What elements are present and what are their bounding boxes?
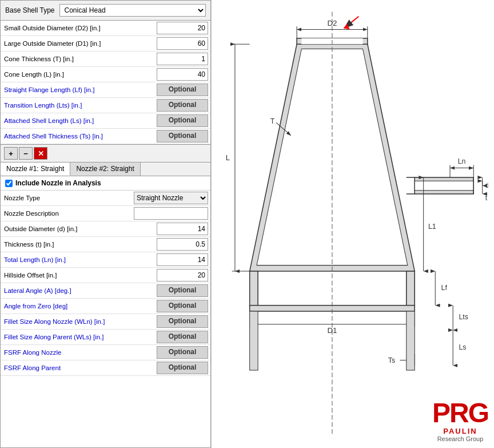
param-row-T: Cone Thickness (T) [in.] (1, 51, 210, 67)
svg-text:L: L (226, 153, 230, 162)
param-value-Ls[interactable]: Optional (157, 114, 208, 127)
include-nozzle-text: Include Nozzle in Analysis (15, 179, 101, 187)
param-value-Lts[interactable]: Optional (157, 99, 208, 112)
nozzle-type-select[interactable]: Straight Nozzle Hillside Nozzle (134, 192, 208, 204)
param-row-Lf: Straight Flange Length (Lf) [in.] Option… (1, 82, 210, 98)
nozzle-label-hill: Hillside Offset [in.] (1, 270, 154, 280)
param-value-Lf[interactable]: Optional (157, 84, 208, 96)
nozzle-param-hill: Hillside Offset [in.] (1, 268, 210, 283)
prg-logo: PRG PAULIN Research Group (432, 399, 488, 442)
param-input-T[interactable] (157, 53, 208, 65)
nozzle-input-nd[interactable] (157, 223, 208, 235)
shell-type-select[interactable]: Conical Head Elliptical Head Hemispheric… (59, 4, 206, 17)
nozzle-param-A: Lateral Angle (A) [deg.] Optional (1, 283, 210, 299)
nozzle-value-FSRFP[interactable]: Optional (157, 362, 208, 374)
nozzle-value-A[interactable]: Optional (157, 284, 208, 297)
param-row-Ts: Attached Shell Thickness (Ts) [in.] Opti… (1, 129, 210, 144)
svg-text:Ls: Ls (459, 343, 466, 351)
nozzle-value-AZ[interactable]: Optional (157, 300, 208, 312)
svg-rect-14 (407, 271, 415, 307)
param-label-d2: Small Outside Diameter (D2) [in.] (1, 23, 154, 33)
svg-text:L1: L1 (428, 223, 436, 231)
include-nozzle-checkbox[interactable] (5, 180, 13, 187)
param-label-L: Cone Length (L) [in.] (1, 69, 154, 80)
param-label-T: Cone Thickness (T) [in.] (1, 54, 154, 64)
param-row-Ls: Attached Shell Length (Ls) [in.] Optiona… (1, 113, 210, 129)
svg-text:Ln: Ln (458, 157, 466, 165)
nozzle-value-WLs[interactable]: Optional (157, 331, 208, 343)
nozzle-label-WLn: Fillet Size Along Nozzle (WLn) [in.] (1, 316, 154, 327)
remove-button[interactable]: − (19, 147, 33, 160)
param-input-d1[interactable] (157, 37, 208, 50)
svg-text:D2: D2 (327, 19, 337, 27)
diagram-svg: D2 D1 T L L1 Ln (217, 6, 488, 442)
svg-text:T: T (270, 117, 275, 125)
tab-nozzle2[interactable]: Nozzle #2: Straight (70, 162, 140, 176)
svg-text:d: d (485, 181, 488, 189)
param-input-d2[interactable] (157, 22, 208, 34)
nozzle-value-WLn[interactable]: Optional (157, 315, 208, 328)
nozzle-label-FSRFN: FSRF Along Nozzle (1, 347, 154, 358)
nozzle-param-nt: Thickness (t) [in.] (1, 237, 210, 252)
nozzle-param-AZ: Angle from Zero [deg] Optional (1, 299, 210, 314)
left-panel: Base Shell Type Conical Head Elliptical … (0, 0, 212, 448)
nozzle-param-FSRFP: FSRF Along Parent Optional (1, 360, 210, 376)
param-label-Lf: Straight Flange Length (Lf) [in.] (1, 85, 154, 95)
nozzle-param-nd: Outside Diameter (d) [in.] (1, 221, 210, 237)
nozzle-label-AZ: Angle from Zero [deg] (1, 301, 154, 311)
shell-type-section: Base Shell Type Conical Head Elliptical … (0, 0, 211, 21)
param-label-Lts: Transition Length (Lts) [in.] (1, 100, 154, 110)
param-row-L: Cone Length (L) [in.] (1, 67, 210, 82)
prg-paulin-text: PAULIN (432, 427, 488, 435)
nozzle-header: Include Nozzle in Analysis (1, 176, 210, 191)
nozzle-type-row: Nozzle Type Straight Nozzle Hillside Noz… (1, 191, 210, 206)
nozzle-label-nt: Thickness (t) [in.] (1, 239, 154, 249)
nozzle-desc-label: Nozzle Description (1, 208, 132, 219)
nozzle-label-A: Lateral Angle (A) [deg.] (1, 286, 154, 296)
svg-text:Ts: Ts (388, 356, 395, 364)
toolbar: + − ✕ (0, 145, 211, 162)
delete-button[interactable]: ✕ (34, 147, 47, 160)
param-row-d1: Large Outside Diameter (D1) [in.] (1, 36, 210, 51)
param-label-Ts: Attached Shell Thickness (Ts) [in.] (1, 131, 154, 141)
nozzle-section: Include Nozzle in Analysis Nozzle Type S… (0, 176, 211, 448)
svg-text:D1: D1 (327, 326, 337, 335)
nozzle-label-FSRFP: FSRF Along Parent (1, 363, 154, 373)
tab-nozzle1[interactable]: Nozzle #1: Straight (1, 162, 70, 176)
nozzle-value-FSRFN[interactable]: Optional (157, 346, 208, 359)
svg-text:t: t (485, 194, 488, 202)
nozzle-input-Ln[interactable] (157, 253, 208, 266)
nozzle-tabs: Nozzle #1: Straight Nozzle #2: Straight (0, 162, 211, 176)
nozzle-type-label: Nozzle Type (1, 193, 132, 203)
params-section: Small Outside Diameter (D2) [in.] Large … (0, 21, 211, 145)
param-label-Ls: Attached Shell Length (Ls) [in.] (1, 116, 154, 126)
add-button[interactable]: + (4, 147, 18, 160)
svg-rect-58 (407, 311, 415, 370)
nozzle-desc-input[interactable] (134, 207, 208, 220)
param-row-Lts: Transition Length (Lts) [in.] Optional (1, 98, 210, 113)
param-input-L[interactable] (157, 68, 208, 81)
nozzle-input-hill[interactable] (157, 269, 208, 282)
nozzle-label-WLs: Fillet Size Along Parent (WLs) [in.] (1, 332, 154, 342)
nozzle-input-nt[interactable] (157, 238, 208, 251)
nozzle-param-WLs: Fillet Size Along Parent (WLs) [in.] Opt… (1, 330, 210, 345)
nozzle-label-Ln: Total Length (Ln) [in.] (1, 255, 154, 265)
nozzle-label-nd: Outside Diameter (d) [in.] (1, 224, 154, 234)
nozzle-desc-row: Nozzle Description (1, 206, 210, 221)
right-panel: D2 D1 T L L1 Ln (212, 0, 494, 448)
param-row-d2: Small Outside Diameter (D2) [in.] (1, 21, 210, 36)
param-value-Ts[interactable]: Optional (157, 130, 208, 142)
prg-letters-text: PRG (432, 399, 488, 427)
nozzle-param-WLn: Fillet Size Along Nozzle (WLn) [in.] Opt… (1, 314, 210, 330)
diagram-container: D2 D1 T L L1 Ln (217, 6, 488, 442)
prg-research-text: Research Group (432, 435, 488, 442)
svg-text:Lts: Lts (459, 313, 468, 321)
nozzle-param-Ln: Total Length (Ln) [in.] (1, 252, 210, 268)
shell-type-label: Base Shell Type (5, 6, 55, 14)
include-nozzle-label[interactable]: Include Nozzle in Analysis (5, 179, 101, 187)
svg-rect-57 (250, 311, 258, 370)
param-label-d1: Large Outside Diameter (D1) [in.] (1, 38, 154, 49)
nozzle-param-FSRFN: FSRF Along Nozzle Optional (1, 345, 210, 360)
svg-text:Lf: Lf (441, 284, 448, 292)
svg-rect-13 (250, 271, 258, 307)
